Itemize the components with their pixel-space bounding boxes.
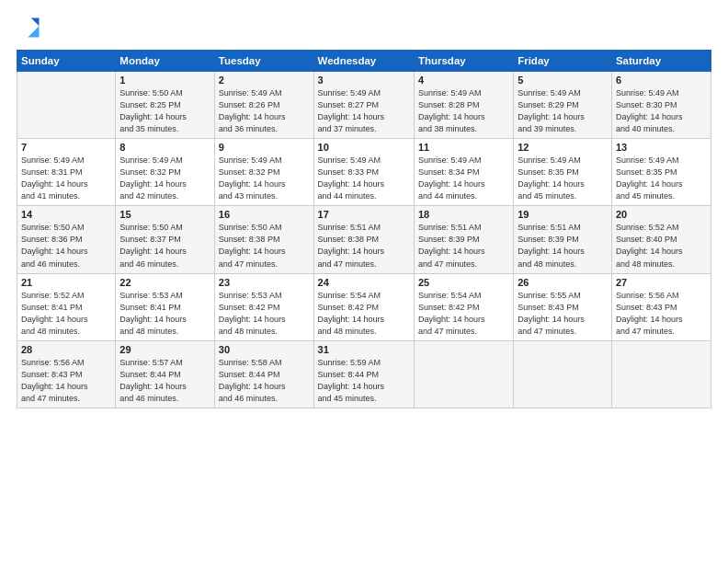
- day-info: Sunrise: 5:56 AM Sunset: 8:43 PM Dayligh…: [616, 290, 707, 338]
- calendar-cell: 7Sunrise: 5:49 AM Sunset: 8:31 PM Daylig…: [17, 139, 116, 206]
- calendar-cell: [514, 340, 612, 408]
- calendar-header-sunday: Sunday: [17, 51, 116, 72]
- calendar-cell: 4Sunrise: 5:49 AM Sunset: 8:28 PM Daylig…: [414, 72, 513, 139]
- calendar-cell: 25Sunrise: 5:54 AM Sunset: 8:42 PM Dayli…: [414, 273, 513, 340]
- day-info: Sunrise: 5:50 AM Sunset: 8:36 PM Dayligh…: [21, 222, 111, 270]
- day-number: 27: [616, 277, 707, 288]
- day-info: Sunrise: 5:51 AM Sunset: 8:39 PM Dayligh…: [518, 222, 608, 270]
- day-number: 29: [119, 344, 210, 355]
- day-number: 30: [219, 344, 310, 355]
- day-number: 5: [518, 75, 608, 86]
- day-number: 24: [318, 277, 410, 288]
- day-number: 1: [119, 75, 210, 86]
- day-info: Sunrise: 5:51 AM Sunset: 8:39 PM Dayligh…: [418, 222, 509, 270]
- svg-marker-1: [28, 26, 39, 37]
- logo-icon: [17, 15, 42, 40]
- calendar-cell: 15Sunrise: 5:50 AM Sunset: 8:37 PM Dayli…: [116, 206, 215, 273]
- day-info: Sunrise: 5:50 AM Sunset: 8:25 PM Dayligh…: [119, 87, 210, 135]
- day-number: 23: [219, 277, 310, 288]
- calendar-cell: 17Sunrise: 5:51 AM Sunset: 8:38 PM Dayli…: [313, 206, 414, 273]
- calendar-cell: 21Sunrise: 5:52 AM Sunset: 8:41 PM Dayli…: [17, 273, 116, 340]
- calendar-cell: 31Sunrise: 5:59 AM Sunset: 8:44 PM Dayli…: [313, 340, 414, 408]
- day-info: Sunrise: 5:59 AM Sunset: 8:44 PM Dayligh…: [318, 357, 410, 405]
- calendar-header-thursday: Thursday: [414, 51, 513, 72]
- day-info: Sunrise: 5:49 AM Sunset: 8:32 PM Dayligh…: [219, 155, 310, 202]
- calendar-cell: 18Sunrise: 5:51 AM Sunset: 8:39 PM Dayli…: [414, 206, 513, 273]
- day-info: Sunrise: 5:49 AM Sunset: 8:30 PM Dayligh…: [616, 87, 707, 135]
- day-number: 20: [616, 209, 707, 220]
- day-info: Sunrise: 5:51 AM Sunset: 8:38 PM Dayligh…: [318, 222, 410, 270]
- day-info: Sunrise: 5:49 AM Sunset: 8:33 PM Dayligh…: [318, 155, 410, 202]
- calendar-header-tuesday: Tuesday: [214, 51, 313, 72]
- calendar-cell: 1Sunrise: 5:50 AM Sunset: 8:25 PM Daylig…: [116, 72, 215, 139]
- header: [17, 15, 711, 40]
- day-number: 10: [318, 142, 410, 153]
- day-info: Sunrise: 5:57 AM Sunset: 8:44 PM Dayligh…: [119, 357, 210, 405]
- day-info: Sunrise: 5:49 AM Sunset: 8:26 PM Dayligh…: [219, 87, 310, 135]
- calendar-cell: 23Sunrise: 5:53 AM Sunset: 8:42 PM Dayli…: [214, 273, 313, 340]
- calendar-week-row: 14Sunrise: 5:50 AM Sunset: 8:36 PM Dayli…: [17, 206, 711, 273]
- day-info: Sunrise: 5:53 AM Sunset: 8:41 PM Dayligh…: [119, 290, 210, 338]
- day-info: Sunrise: 5:49 AM Sunset: 8:35 PM Dayligh…: [616, 155, 707, 202]
- day-number: 15: [119, 209, 210, 220]
- day-number: 28: [21, 344, 111, 355]
- calendar-header-wednesday: Wednesday: [313, 51, 414, 72]
- calendar-week-row: 1Sunrise: 5:50 AM Sunset: 8:25 PM Daylig…: [17, 72, 711, 139]
- day-number: 22: [119, 277, 210, 288]
- calendar-cell: 26Sunrise: 5:55 AM Sunset: 8:43 PM Dayli…: [514, 273, 612, 340]
- calendar-cell: 3Sunrise: 5:49 AM Sunset: 8:27 PM Daylig…: [313, 72, 414, 139]
- day-info: Sunrise: 5:53 AM Sunset: 8:42 PM Dayligh…: [219, 290, 310, 338]
- day-number: 7: [21, 142, 111, 153]
- calendar-week-row: 7Sunrise: 5:49 AM Sunset: 8:31 PM Daylig…: [17, 139, 711, 206]
- calendar-cell: 10Sunrise: 5:49 AM Sunset: 8:33 PM Dayli…: [313, 139, 414, 206]
- calendar-header-friday: Friday: [514, 51, 612, 72]
- calendar-cell: 13Sunrise: 5:49 AM Sunset: 8:35 PM Dayli…: [611, 139, 711, 206]
- day-number: 21: [21, 277, 111, 288]
- calendar-cell: 6Sunrise: 5:49 AM Sunset: 8:30 PM Daylig…: [611, 72, 711, 139]
- day-info: Sunrise: 5:49 AM Sunset: 8:27 PM Dayligh…: [318, 87, 410, 135]
- calendar-cell: 24Sunrise: 5:54 AM Sunset: 8:42 PM Dayli…: [313, 273, 414, 340]
- calendar-cell: [611, 340, 711, 408]
- calendar-week-row: 21Sunrise: 5:52 AM Sunset: 8:41 PM Dayli…: [17, 273, 711, 340]
- calendar-cell: 8Sunrise: 5:49 AM Sunset: 8:32 PM Daylig…: [116, 139, 215, 206]
- day-info: Sunrise: 5:49 AM Sunset: 8:34 PM Dayligh…: [418, 155, 509, 202]
- calendar-cell: 11Sunrise: 5:49 AM Sunset: 8:34 PM Dayli…: [414, 139, 513, 206]
- day-info: Sunrise: 5:49 AM Sunset: 8:32 PM Dayligh…: [119, 155, 210, 202]
- day-info: Sunrise: 5:52 AM Sunset: 8:40 PM Dayligh…: [616, 222, 707, 270]
- day-info: Sunrise: 5:56 AM Sunset: 8:43 PM Dayligh…: [21, 357, 111, 405]
- calendar-cell: 2Sunrise: 5:49 AM Sunset: 8:26 PM Daylig…: [214, 72, 313, 139]
- svg-marker-0: [31, 18, 40, 27]
- calendar-cell: [414, 340, 513, 408]
- day-info: Sunrise: 5:50 AM Sunset: 8:38 PM Dayligh…: [219, 222, 310, 270]
- day-info: Sunrise: 5:49 AM Sunset: 8:31 PM Dayligh…: [21, 155, 111, 202]
- calendar-cell: 29Sunrise: 5:57 AM Sunset: 8:44 PM Dayli…: [116, 340, 215, 408]
- day-info: Sunrise: 5:54 AM Sunset: 8:42 PM Dayligh…: [418, 290, 509, 338]
- calendar-cell: [17, 72, 116, 139]
- calendar-cell: 19Sunrise: 5:51 AM Sunset: 8:39 PM Dayli…: [514, 206, 612, 273]
- day-info: Sunrise: 5:58 AM Sunset: 8:44 PM Dayligh…: [219, 357, 310, 405]
- day-number: 3: [318, 75, 410, 86]
- day-info: Sunrise: 5:49 AM Sunset: 8:28 PM Dayligh…: [418, 87, 509, 135]
- day-number: 19: [518, 209, 608, 220]
- calendar-header-saturday: Saturday: [611, 51, 711, 72]
- day-number: 31: [318, 344, 410, 355]
- day-number: 8: [119, 142, 210, 153]
- day-info: Sunrise: 5:54 AM Sunset: 8:42 PM Dayligh…: [318, 290, 410, 338]
- day-number: 4: [418, 75, 509, 86]
- day-number: 12: [518, 142, 608, 153]
- calendar-header-monday: Monday: [116, 51, 215, 72]
- calendar-cell: 22Sunrise: 5:53 AM Sunset: 8:41 PM Dayli…: [116, 273, 215, 340]
- logo: [17, 15, 46, 40]
- day-number: 16: [219, 209, 310, 220]
- day-number: 11: [418, 142, 509, 153]
- day-number: 17: [318, 209, 410, 220]
- calendar-cell: 12Sunrise: 5:49 AM Sunset: 8:35 PM Dayli…: [514, 139, 612, 206]
- calendar-cell: 14Sunrise: 5:50 AM Sunset: 8:36 PM Dayli…: [17, 206, 116, 273]
- day-number: 25: [418, 277, 509, 288]
- calendar-cell: 16Sunrise: 5:50 AM Sunset: 8:38 PM Dayli…: [214, 206, 313, 273]
- calendar-cell: 27Sunrise: 5:56 AM Sunset: 8:43 PM Dayli…: [611, 273, 711, 340]
- day-number: 18: [418, 209, 509, 220]
- day-info: Sunrise: 5:55 AM Sunset: 8:43 PM Dayligh…: [518, 290, 608, 338]
- calendar-cell: 28Sunrise: 5:56 AM Sunset: 8:43 PM Dayli…: [17, 340, 116, 408]
- day-number: 26: [518, 277, 608, 288]
